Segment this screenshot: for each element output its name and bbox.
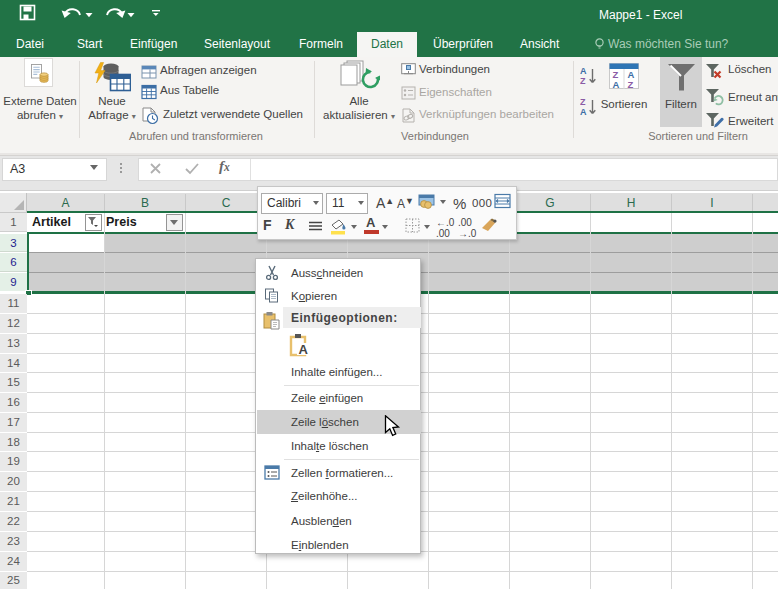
svg-text:A: A bbox=[299, 342, 309, 357]
svg-text:A: A bbox=[613, 79, 620, 90]
svg-text:Z: Z bbox=[628, 79, 634, 90]
svg-text:Z: Z bbox=[580, 97, 586, 107]
svg-text:A: A bbox=[580, 66, 587, 76]
svg-text:Z: Z bbox=[580, 76, 586, 86]
svg-text:A: A bbox=[580, 107, 587, 117]
